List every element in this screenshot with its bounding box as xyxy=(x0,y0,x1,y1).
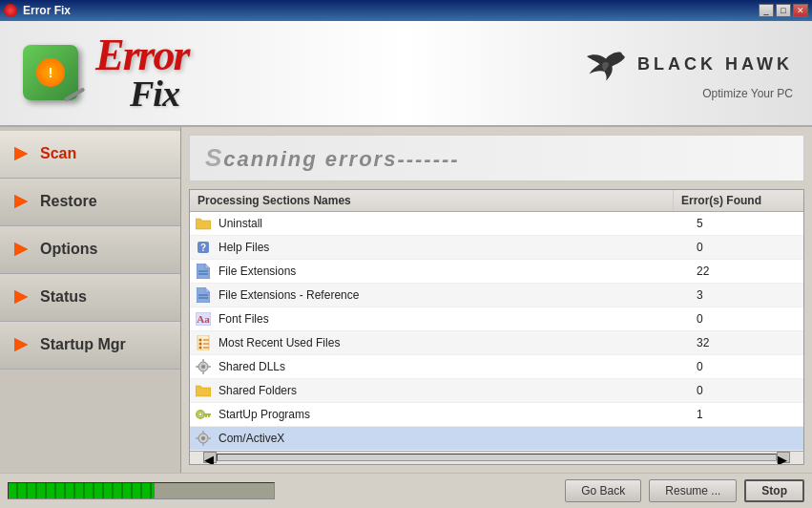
logo-text: Error Fix xyxy=(95,34,188,111)
svg-text:Aa: Aa xyxy=(197,313,210,325)
row-icon xyxy=(194,429,213,448)
startup-arrow-icon xyxy=(11,335,31,354)
row-icon: Aa xyxy=(194,309,213,328)
scanning-text: Scanning errors------- xyxy=(205,147,460,171)
row-icon xyxy=(194,405,213,424)
row-errors: 0 xyxy=(689,384,803,397)
svg-point-26 xyxy=(201,365,205,369)
app-header: ! Error Fix BLACK HAWK xyxy=(0,21,812,127)
row-errors: 0 xyxy=(689,241,803,254)
svg-point-37 xyxy=(201,436,205,440)
svg-rect-40 xyxy=(196,437,199,439)
table-row[interactable]: ? Help Files 0 xyxy=(190,236,803,260)
table-header: Processing Sections Names Error(s) Found xyxy=(190,190,803,212)
table-row[interactable]: Aa Font Files 0 xyxy=(190,307,803,331)
row-icon xyxy=(194,262,213,281)
window-body: ! Error Fix BLACK HAWK xyxy=(0,21,812,508)
row-icon xyxy=(194,214,213,233)
row-name: Com/ActiveX xyxy=(213,432,689,445)
row-errors: 32 xyxy=(689,336,803,349)
row-name: File Extensions - Reference xyxy=(213,288,689,302)
horizontal-scrollbar[interactable]: ◀ ▶ xyxy=(190,451,803,464)
minimize-button[interactable]: _ xyxy=(759,4,774,17)
svg-rect-30 xyxy=(207,366,211,368)
table-body[interactable]: Uninstall 5 ? Help Files 0 File Extensio… xyxy=(190,212,803,451)
startup-label: Startup Mgr xyxy=(40,336,126,353)
sidebar-item-options[interactable]: Options xyxy=(0,226,180,274)
table-row[interactable]: Com/ActiveX xyxy=(190,427,803,451)
brand-area: BLACK HAWK Optimize Your PC xyxy=(582,45,793,100)
svg-marker-1 xyxy=(14,147,28,160)
h-scrollbar-track[interactable] xyxy=(217,454,777,461)
title-bar-text: Error Fix xyxy=(4,4,71,17)
row-name: Help Files xyxy=(213,241,689,254)
table-row[interactable]: Shared Folders 0 xyxy=(190,379,803,403)
table-row[interactable]: Uninstall 5 xyxy=(190,212,803,236)
row-icon xyxy=(194,333,213,352)
svg-point-23 xyxy=(199,346,202,349)
scroll-left-btn[interactable]: ◀ xyxy=(203,452,217,463)
sidebar: Scan Restore Options xyxy=(0,127,181,473)
sidebar-item-status[interactable]: Status xyxy=(0,274,180,322)
table-row[interactable]: Most Recent Used Files 32 xyxy=(190,331,803,355)
col-errors-header: Error(s) Found xyxy=(674,190,788,211)
logo-fix: Fix xyxy=(130,76,188,111)
scroll-spacer xyxy=(788,190,803,211)
row-name: StartUp Programs xyxy=(213,408,689,421)
scanning-header: Scanning errors------- xyxy=(189,135,804,181)
stop-button[interactable]: Stop xyxy=(744,479,804,502)
table-row[interactable]: StartUp Programs 1 xyxy=(190,403,803,427)
row-name: File Extensions xyxy=(213,265,689,278)
svg-marker-3 xyxy=(14,195,28,208)
bottom-bar: Go Back Resume ... Stop xyxy=(0,473,812,509)
svg-point-19 xyxy=(199,338,202,341)
maximize-button[interactable]: □ xyxy=(776,4,791,17)
svg-marker-7 xyxy=(14,290,28,304)
sidebar-item-startup[interactable]: Startup Mgr xyxy=(0,322,180,370)
row-name: Uninstall xyxy=(213,217,689,230)
logo-error: Error xyxy=(95,34,188,76)
row-icon xyxy=(194,357,213,376)
scroll-right-btn[interactable]: ▶ xyxy=(777,452,790,463)
restore-arrow-icon xyxy=(11,192,31,211)
row-errors: 3 xyxy=(689,288,803,302)
options-label: Options xyxy=(40,241,97,258)
restore-label: Restore xyxy=(40,193,97,210)
hawk-icon xyxy=(582,45,630,83)
title-bar: Error Fix _ □ ✕ xyxy=(0,0,812,21)
svg-rect-27 xyxy=(202,359,204,363)
close-button[interactable]: ✕ xyxy=(793,4,808,17)
svg-rect-41 xyxy=(207,437,211,439)
go-back-button[interactable]: Go Back xyxy=(565,479,641,502)
sidebar-item-scan[interactable]: Scan xyxy=(0,131,180,179)
logo-icon: ! xyxy=(19,39,86,106)
row-icon xyxy=(194,286,213,305)
row-icon xyxy=(194,381,213,400)
options-arrow-icon xyxy=(11,240,31,259)
row-name: Shared DLLs xyxy=(213,360,689,373)
scan-table: Processing Sections Names Error(s) Found… xyxy=(189,189,804,465)
svg-marker-5 xyxy=(14,243,28,256)
svg-marker-9 xyxy=(14,338,28,351)
main-content: Scan Restore Options xyxy=(0,127,812,473)
row-name: Shared Folders xyxy=(213,384,689,397)
progress-bar-container xyxy=(8,482,275,499)
sidebar-item-restore[interactable]: Restore xyxy=(0,179,180,226)
svg-point-31 xyxy=(197,411,204,418)
window-title: Error Fix xyxy=(23,4,71,17)
scan-label: Scan xyxy=(40,145,76,162)
col-name-header: Processing Sections Names xyxy=(190,190,674,211)
row-errors: 0 xyxy=(689,360,803,373)
resume-button[interactable]: Resume ... xyxy=(649,479,737,502)
row-name: Most Recent Used Files xyxy=(213,336,689,349)
row-name: Font Files xyxy=(213,312,689,326)
row-errors: 1 xyxy=(689,408,803,421)
table-row[interactable]: File Extensions 22 xyxy=(190,260,803,284)
table-row[interactable]: File Extensions - Reference 3 xyxy=(190,284,803,307)
row-icon: ? xyxy=(194,238,213,257)
svg-rect-39 xyxy=(202,442,204,446)
table-row[interactable]: Shared DLLs 0 xyxy=(190,355,803,379)
status-label: Status xyxy=(40,288,87,306)
svg-point-21 xyxy=(199,342,202,345)
content-panel: Scanning errors------- Processing Sectio… xyxy=(181,127,812,473)
